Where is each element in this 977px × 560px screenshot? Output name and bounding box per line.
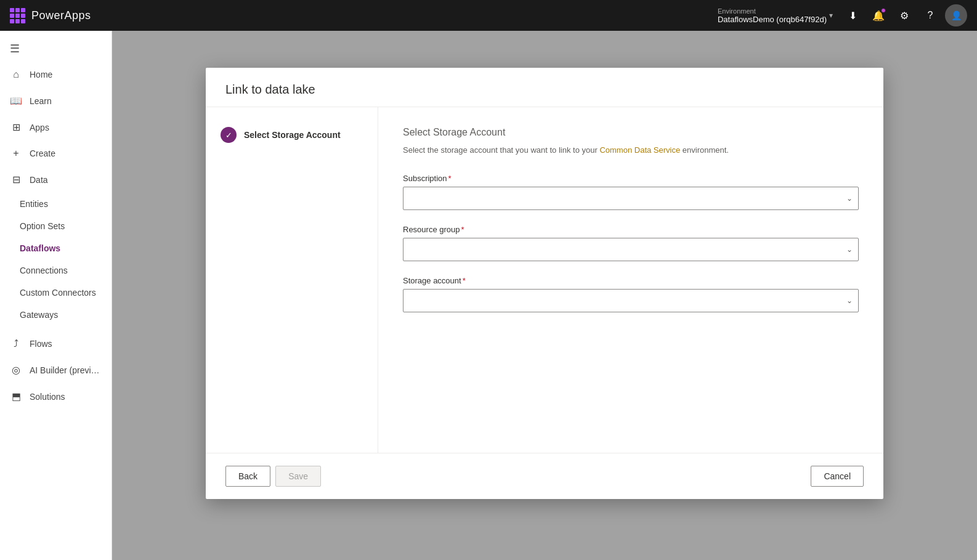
sidebar-item-data[interactable]: ⊟ Data: [0, 166, 111, 193]
sidebar-item-connections[interactable]: Connections: [0, 259, 111, 282]
select-wrapper-subscription: ⌄: [403, 187, 859, 210]
learn-icon: 📖: [10, 95, 22, 107]
sidebar-label-ai-builder: AI Builder (previ…: [30, 365, 100, 375]
sidebar-item-learn[interactable]: 📖 Learn: [0, 87, 111, 114]
sidebar-label-data: Data: [30, 175, 48, 185]
ai-builder-icon: ◎: [10, 364, 22, 376]
notification-button[interactable]: 🔔: [867, 4, 890, 26]
modal-title: Link to data lake: [206, 68, 883, 107]
modal-overlay: Link to data lake Select Storage Account…: [112, 31, 977, 560]
sidebar-item-custom-connectors[interactable]: Custom Connectors: [0, 282, 111, 304]
create-icon: +: [10, 148, 22, 159]
solutions-icon: ⬒: [10, 391, 22, 402]
sidebar-label-custom-connectors: Custom Connectors: [20, 288, 96, 298]
label-subscription: Subscription*: [403, 174, 859, 183]
environment-selector[interactable]: Environment DataflowsDemo (orqb647f92d) …: [713, 5, 838, 26]
sidebar-label-entities: Entities: [20, 199, 48, 209]
form-section-desc: Select the storage account that you want…: [403, 144, 859, 156]
required-star-resource-group: *: [461, 225, 464, 234]
sidebar-label-solutions: Solutions: [30, 392, 65, 402]
sidebar-item-option-sets[interactable]: Option Sets: [0, 215, 111, 237]
notification-badge: [881, 8, 886, 13]
required-star-storage-account: *: [463, 276, 466, 285]
resource-group-select[interactable]: [403, 238, 859, 261]
desc-text-start: Select the storage account that you want…: [403, 145, 599, 155]
label-resource-group: Resource group*: [403, 225, 859, 234]
form-section-title: Select Storage Account: [403, 127, 859, 138]
modal-dialog: Link to data lake Select Storage Account…: [206, 68, 883, 499]
save-button: Save: [275, 466, 321, 487]
cancel-button[interactable]: Cancel: [811, 466, 864, 487]
header-logo: PowerApps: [10, 8, 91, 23]
sidebar: ☰ ⌂ Home 📖 Learn ⊞ Apps + Create ⊟ Data …: [0, 31, 112, 560]
sidebar-item-apps[interactable]: ⊞ Apps: [0, 114, 111, 140]
form-group-storage-account: Storage account* ⌄: [403, 276, 859, 312]
back-button[interactable]: Back: [225, 466, 270, 487]
desc-text-end: environment.: [680, 145, 729, 155]
settings-button[interactable]: ⚙: [893, 4, 915, 26]
main-layout: ☰ ⌂ Home 📖 Learn ⊞ Apps + Create ⊟ Data …: [0, 31, 977, 560]
hamburger-menu[interactable]: ☰: [0, 36, 111, 62]
modal-footer: Back Save Cancel: [206, 453, 883, 499]
env-label: Environment: [718, 7, 827, 15]
home-icon: ⌂: [10, 69, 22, 80]
content-area: Link to data lake Select Storage Account…: [112, 31, 977, 560]
avatar-button[interactable]: 👤: [945, 4, 967, 26]
desc-link[interactable]: Common Data Service: [599, 145, 680, 155]
sidebar-item-create[interactable]: + Create: [0, 140, 111, 166]
subscription-select[interactable]: [403, 187, 859, 210]
help-button[interactable]: ?: [919, 4, 941, 26]
waffle-icon[interactable]: [10, 8, 25, 23]
sidebar-label-flows: Flows: [30, 339, 52, 349]
form-group-resource-group: Resource group* ⌄: [403, 225, 859, 261]
select-wrapper-storage-account: ⌄: [403, 289, 859, 312]
required-star-subscription: *: [448, 174, 452, 183]
sidebar-item-ai-builder[interactable]: ◎ AI Builder (previ…: [0, 357, 111, 383]
sidebar-label-learn: Learn: [30, 96, 52, 106]
sidebar-item-dataflows[interactable]: Dataflows: [0, 237, 111, 259]
chevron-down-icon: ▾: [829, 11, 833, 20]
sidebar-label-apps: Apps: [30, 123, 49, 132]
sidebar-label-connections: Connections: [20, 266, 68, 275]
modal-body: Select Storage Account Select Storage Ac…: [206, 107, 883, 453]
env-name: DataflowsDemo (orqb647f92d): [718, 15, 827, 24]
sidebar-item-flows[interactable]: ⤴ Flows: [0, 331, 111, 357]
step-circle-1: [221, 127, 237, 143]
sidebar-label-option-sets: Option Sets: [20, 221, 65, 231]
data-icon: ⊟: [10, 174, 22, 185]
wizard-step-1: Select Storage Account: [221, 127, 363, 143]
form-group-subscription: Subscription* ⌄: [403, 174, 859, 210]
storage-account-select[interactable]: [403, 289, 859, 312]
sidebar-label-gateways: Gateways: [20, 310, 58, 320]
label-storage-account: Storage account*: [403, 276, 859, 285]
modal-form-panel: Select Storage Account Select the storag…: [378, 107, 883, 453]
header-right: Environment DataflowsDemo (orqb647f92d) …: [713, 4, 967, 26]
sidebar-label-create: Create: [30, 148, 55, 158]
sidebar-item-gateways[interactable]: Gateways: [0, 304, 111, 326]
sidebar-item-home[interactable]: ⌂ Home: [0, 62, 111, 87]
top-header: PowerApps Environment DataflowsDemo (orq…: [0, 0, 977, 31]
download-button[interactable]: ⬇: [841, 4, 864, 26]
modal-wizard-panel: Select Storage Account: [206, 107, 378, 453]
logo-text: PowerApps: [31, 9, 91, 22]
select-wrapper-resource-group: ⌄: [403, 238, 859, 261]
apps-icon: ⊞: [10, 121, 22, 133]
sidebar-item-solutions[interactable]: ⬒ Solutions: [0, 383, 111, 410]
flows-icon: ⤴: [10, 338, 22, 349]
step-label-1: Select Storage Account: [244, 130, 341, 140]
sidebar-item-entities[interactable]: Entities: [0, 193, 111, 215]
sidebar-label-dataflows: Dataflows: [20, 243, 60, 253]
sidebar-label-home: Home: [30, 70, 52, 79]
